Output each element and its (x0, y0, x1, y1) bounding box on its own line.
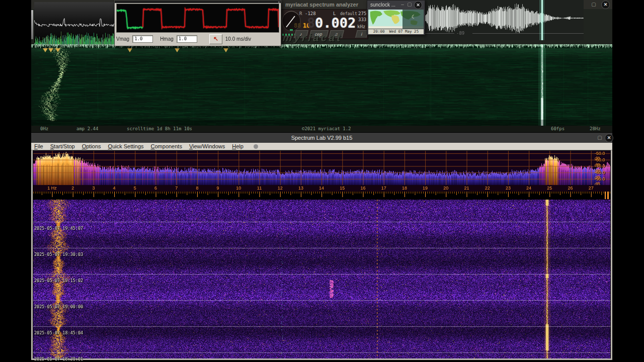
freq-tick-label: 12 (278, 186, 283, 191)
status-fps: 60fps (551, 127, 565, 131)
freq-tick-label: 25 (547, 186, 552, 191)
vmag-label: Vmag (116, 36, 129, 42)
segment-display-ghost: 88 (294, 22, 301, 29)
hmag-input[interactable]: 1.0 (177, 35, 197, 43)
vmag-input[interactable]: 1.0 (132, 35, 153, 43)
frequency-ruler[interactable] (33, 192, 610, 200)
menu-start-stop[interactable]: Start/Stop (50, 143, 75, 150)
freq-tick-label: 17 (381, 186, 386, 191)
status-copyright: ©2021 myriacat 1.2 (302, 127, 351, 131)
maximize-icon[interactable]: ▢ (596, 134, 604, 141)
status-freq-left: 0Hz (40, 127, 48, 131)
freq-tick-label: 4 (113, 186, 116, 191)
sunclock-window: sunclock ... – ▢ ✕ ☾ 20:00 Wed 07 May 25 (367, 0, 425, 35)
freq-tick-label: 9 (217, 186, 219, 191)
menu-view-windows[interactable]: View/Windows (189, 143, 225, 150)
freq-tick-label: 21 (464, 186, 469, 191)
freq-tick-label: 22 (485, 186, 490, 191)
freq-tick-label: 10 (236, 186, 241, 191)
freq-tick-label: 15 (340, 186, 345, 191)
moon-icon: ☾ (412, 14, 415, 20)
scope-controls: Vmag 1.0 Hmag 1.0 ↖ 10.0 ms/div (116, 34, 279, 44)
freq-tick-label: 20 (443, 186, 448, 191)
freq-tick-label: 2 (71, 186, 74, 191)
cursor-tool-button[interactable]: ↖ (209, 34, 222, 44)
gauge-r-label: R (299, 12, 302, 16)
record-indicator-icon (254, 144, 258, 149)
freq-unit-label: kHz (357, 25, 365, 29)
status-scrolltime: scrolltime 1d 8h 11m 10s (127, 127, 192, 131)
freq-tick-label: 24 (526, 186, 531, 191)
num-top: 275 (358, 12, 366, 16)
tab-info[interactable]: i (355, 30, 368, 38)
freq-tick-label: 7 (175, 186, 178, 191)
waveform-axis-label: -89 (456, 31, 464, 36)
freq-tick-label: 26 (568, 186, 573, 191)
freq-tick-label: 27 (589, 186, 594, 191)
freq-tick-label: 1 Hz (47, 186, 57, 191)
maximize-icon[interactable]: ▢ (406, 1, 414, 8)
freq-tick-label: 16 (360, 186, 365, 191)
frequency-axis: 1 Hz234567891011121314151617181920212223… (33, 185, 610, 192)
myriacat-statusbar: 0Hz amp 2.44 scrolltime 1d 8h 11m 10s ©2… (31, 126, 612, 132)
cursor-icon: ↖ (213, 35, 218, 42)
menu-file[interactable]: File (34, 143, 43, 150)
num-mid: 333 (358, 18, 366, 22)
scope-titlebar[interactable]: ✕ (115, 1, 281, 3)
freq-tick-label: 8 (196, 186, 198, 191)
close-icon[interactable]: ✕ (601, 1, 610, 9)
freq-tick-label: 13 (298, 186, 303, 191)
status-rate: 28Hz (590, 127, 601, 131)
freq-tick-label: 23 (506, 186, 511, 191)
freq-tick-label: 14 (319, 186, 324, 191)
frequency-display-value: 0.002 (315, 15, 356, 31)
sunclock-datetime: 20:00 Wed 07 May 25 (368, 29, 424, 34)
green-waterfall-display[interactable] (31, 44, 612, 126)
myriacat-logo: myriacat (282, 32, 343, 44)
menu-items: FileStart/StopOptionsQuick SettingsCompo… (34, 143, 244, 150)
close-icon[interactable]: ✕ (278, 1, 280, 3)
desktop: myriacat spectrum analyzer – ▢ ✕ R -128 … (0, 0, 644, 362)
spectrumlab-content: -50.0 dB-60.0 dB-70.0 dB-80.0 dB-90.0 dB… (31, 150, 612, 360)
freq-tick-label: 19 (423, 186, 428, 191)
freq-tick-label: 3 (92, 186, 95, 191)
menu-options[interactable]: Options (82, 143, 101, 150)
oscilloscope-popup: ✕ Vmag 1.0 Hmag 1.0 ↖ 10.0 ms/div (114, 0, 281, 46)
spectrumlab-window-title: Spectrum Lab V2.99 b15 (31, 135, 612, 141)
waterfall-display[interactable] (33, 200, 610, 358)
spectrumlab-window: Spectrum Lab V2.99 b15 ▢ ✕ FileStart/Sto… (31, 133, 612, 360)
spectrum-graph[interactable] (33, 151, 610, 185)
freq-tick-label: 18 (402, 186, 407, 191)
maximize-icon[interactable]: ▢ (590, 1, 598, 8)
freq-tick-label: 11 (257, 186, 262, 191)
scope-screen (116, 4, 279, 33)
close-icon[interactable]: ✕ (414, 1, 422, 9)
amplitude-slider[interactable] (31, 10, 33, 39)
menu-help[interactable]: Help (232, 143, 244, 150)
sunclock-window-title: sunclock ... (370, 2, 395, 8)
frequency-display-ghost: 8 (307, 15, 315, 31)
menu-quick-settings[interactable]: Quick Settings (108, 143, 144, 150)
close-icon[interactable]: ✕ (605, 134, 613, 142)
hmag-label: Hmag (160, 36, 174, 42)
world-map-day-night: ☾ (368, 10, 424, 29)
freq-tick-label: 6 (154, 186, 157, 191)
menu-components[interactable]: Components (151, 143, 182, 150)
timebase-label: 10.0 ms/div (225, 36, 251, 42)
audio-waveform-display[interactable] (424, 0, 584, 40)
spectrumlab-menubar: FileStart/StopOptionsQuick SettingsCompo… (31, 143, 612, 150)
status-amp: amp 2.44 (76, 127, 98, 131)
freq-tick-label: 5 (134, 186, 136, 191)
